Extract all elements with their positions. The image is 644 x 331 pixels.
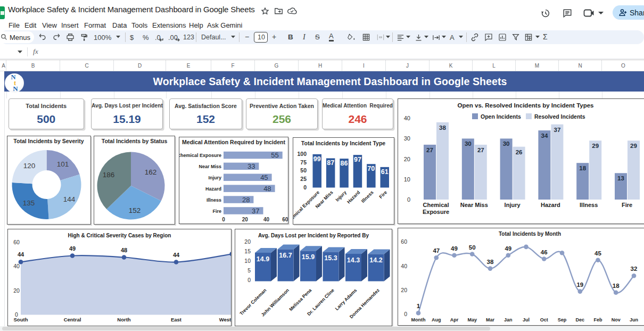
svg-text:15.3: 15.3	[324, 254, 337, 262]
svg-text:0: 0	[303, 184, 307, 191]
svg-text:27: 27	[426, 147, 433, 153]
svg-text:48: 48	[263, 185, 271, 193]
svg-text:Near Miss: Near Miss	[199, 164, 221, 169]
svg-text:14.2: 14.2	[369, 256, 382, 264]
svg-text:47: 47	[433, 247, 440, 254]
svg-text:38: 38	[439, 125, 446, 131]
svg-text:30: 30	[404, 135, 410, 142]
svg-text:97: 97	[353, 156, 361, 163]
svg-text:49: 49	[505, 245, 511, 251]
svg-text:Exposure: Exposure	[423, 209, 449, 215]
svg-text:186: 186	[103, 171, 115, 179]
svg-text:30: 30	[503, 140, 510, 147]
svg-text:West: West	[219, 317, 232, 322]
svg-text:15.9: 15.9	[302, 253, 315, 261]
svg-text:45: 45	[595, 250, 601, 256]
svg-text:29: 29	[630, 143, 637, 149]
svg-text:40: 40	[401, 262, 407, 269]
svg-text:33: 33	[247, 162, 255, 170]
svg-text:Jan: Jan	[504, 317, 513, 322]
svg-text:38: 38	[487, 258, 494, 264]
svg-text:Chemical: Chemical	[423, 202, 449, 208]
svg-text:Aug: Aug	[432, 317, 441, 322]
svg-text:Illness: Illness	[207, 197, 221, 203]
svg-text:29: 29	[592, 143, 599, 149]
svg-text:Chemical Exposure: Chemical Exposure	[179, 153, 221, 158]
svg-text:20: 20	[401, 286, 407, 293]
svg-text:Illness: Illness	[580, 202, 598, 208]
svg-text:Hazard: Hazard	[541, 202, 560, 208]
svg-text:30: 30	[465, 140, 472, 147]
svg-text:37: 37	[554, 127, 561, 133]
svg-text:0: 0	[407, 196, 410, 203]
svg-text:Mar: Mar	[486, 317, 495, 322]
svg-text:0: 0	[247, 277, 251, 283]
svg-text:162: 162	[145, 168, 157, 176]
svg-text:26: 26	[516, 149, 523, 155]
svg-text:101: 101	[56, 160, 69, 168]
svg-text:Larry Adams: Larry Adams	[334, 287, 358, 311]
svg-text:15: 15	[244, 248, 251, 254]
svg-text:Nov: Nov	[612, 317, 621, 322]
svg-text:10: 10	[404, 176, 410, 183]
svg-text:East: East	[171, 317, 182, 322]
svg-text:0: 0	[222, 217, 225, 222]
svg-text:50: 50	[469, 244, 476, 250]
svg-text:0: 0	[404, 311, 407, 317]
svg-text:49: 49	[451, 245, 458, 251]
svg-text:25: 25	[300, 176, 307, 182]
svg-text:37: 37	[252, 207, 259, 215]
svg-text:44: 44	[173, 251, 180, 258]
svg-text:Central: Central	[64, 317, 81, 322]
svg-text:Dec: Dec	[576, 317, 585, 322]
svg-text:May: May	[467, 317, 477, 322]
svg-text:75: 75	[300, 159, 307, 165]
svg-text:40: 40	[263, 217, 270, 222]
svg-text:20: 20	[13, 287, 20, 293]
svg-text:Resolved Incidents: Resolved Incidents	[534, 113, 585, 120]
svg-text:Jun: Jun	[630, 317, 638, 322]
svg-text:Near Miss: Near Miss	[460, 202, 488, 208]
svg-text:Hazard: Hazard	[346, 189, 361, 204]
svg-text:120: 120	[23, 162, 35, 170]
svg-text:34: 34	[541, 133, 548, 139]
svg-text:North: North	[117, 317, 131, 322]
svg-text:Illness: Illness	[360, 189, 374, 204]
svg-text:Hazard: Hazard	[205, 186, 221, 192]
svg-text:28: 28	[242, 196, 250, 204]
svg-text:Fire: Fire	[622, 202, 632, 208]
svg-text:Oct: Oct	[540, 317, 548, 322]
svg-text:44: 44	[18, 251, 24, 258]
svg-text:20: 20	[404, 156, 410, 162]
svg-text:Apr: Apr	[450, 317, 459, 322]
svg-text:60: 60	[282, 217, 288, 222]
svg-text:Melissa Pena: Melissa Pena	[288, 287, 312, 312]
svg-text:48: 48	[121, 246, 127, 253]
svg-text:20: 20	[242, 217, 249, 222]
svg-text:Sep: Sep	[558, 317, 567, 322]
svg-text:61: 61	[381, 168, 388, 175]
svg-text:13: 13	[617, 175, 624, 181]
svg-text:Fire: Fire	[378, 189, 388, 200]
svg-text:14.3: 14.3	[347, 256, 360, 264]
svg-text:Open Incidents: Open Incidents	[481, 113, 521, 120]
svg-text:19: 19	[576, 281, 583, 287]
svg-text:60: 60	[13, 238, 20, 245]
svg-text:60: 60	[401, 238, 407, 245]
svg-text:45: 45	[260, 173, 268, 181]
svg-text:135: 135	[22, 199, 35, 207]
svg-text:0: 0	[15, 311, 18, 318]
svg-text:16.7: 16.7	[279, 252, 292, 259]
svg-text:86: 86	[340, 160, 348, 167]
svg-text:99: 99	[313, 155, 320, 162]
svg-text:Injury: Injury	[505, 202, 521, 208]
svg-text:32: 32	[631, 266, 638, 272]
svg-text:152: 152	[129, 206, 141, 214]
svg-text:5: 5	[247, 267, 251, 274]
svg-text:20: 20	[244, 238, 251, 245]
svg-text:Jul: Jul	[523, 317, 530, 322]
svg-text:18: 18	[579, 165, 586, 171]
svg-text:14.9: 14.9	[257, 255, 269, 262]
svg-text:40: 40	[13, 263, 20, 269]
svg-text:87: 87	[327, 159, 334, 167]
